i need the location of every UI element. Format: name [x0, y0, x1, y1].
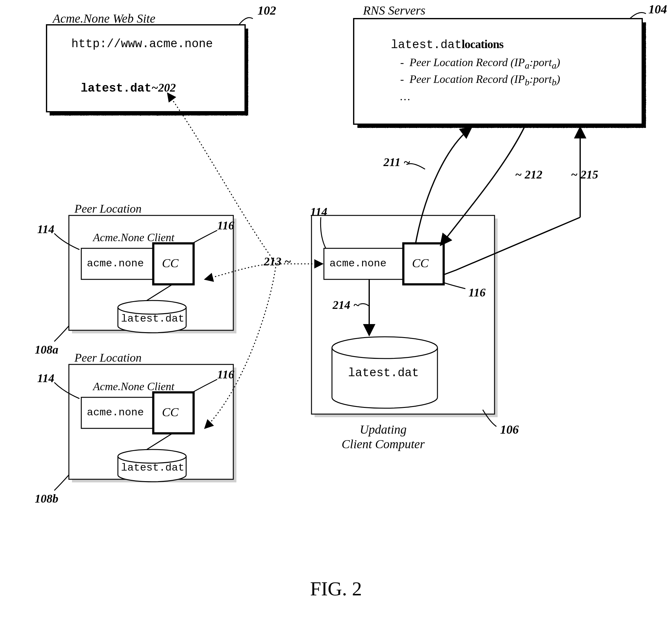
- peer-a-title: Peer Location: [74, 202, 142, 215]
- diagram-stage: Acme.None Web Site http://www.acme.none …: [0, 0, 672, 632]
- ref-108b: 108b: [35, 492, 58, 505]
- peer-b-file: latest.dat: [121, 462, 184, 474]
- rns-file-line: latest.datlocations: [391, 37, 504, 51]
- ref-104: 104: [648, 2, 667, 17]
- figure-label: FIG. 2: [0, 577, 672, 600]
- svg-rect-17: [311, 215, 495, 414]
- svg-line-14: [146, 433, 172, 450]
- ref-114-b: 114: [37, 371, 54, 385]
- client-cc: CC: [412, 256, 429, 271]
- ref-102: 102: [258, 3, 276, 18]
- peer-b-subtitle: Acme.None Client: [93, 380, 174, 393]
- rns-locations-label: locations: [462, 38, 504, 51]
- label-214: 214 ~: [333, 298, 360, 312]
- rns-item-b: - Peer Location Record (IPb:portb): [400, 73, 560, 88]
- rns-title: RNS Servers: [363, 3, 425, 18]
- peer-a-subtitle: Acme.None Client: [93, 231, 174, 244]
- client-file: latest.dat: [348, 366, 419, 380]
- label-211: 211 ~: [383, 155, 410, 169]
- website-title: Acme.None Web Site: [53, 11, 155, 26]
- peer-a-cc: CC: [162, 256, 178, 271]
- ref-114-a: 114: [37, 222, 54, 236]
- peer-a-app: acme.none: [87, 258, 144, 270]
- ref-116-b: 116: [217, 368, 234, 381]
- label-213: 213 ~: [264, 255, 291, 268]
- svg-rect-3: [354, 19, 642, 124]
- svg-point-15: [118, 449, 186, 463]
- rns-ellipsis: …: [400, 90, 410, 103]
- ref-116-a: 116: [217, 218, 234, 232]
- peer-b-app: acme.none: [87, 407, 144, 418]
- peer-a-file: latest.dat: [121, 313, 184, 325]
- peer-b-cc: CC: [162, 405, 178, 419]
- ref-202: ~202: [151, 81, 176, 94]
- rns-file: latest.dat: [391, 38, 462, 51]
- website-file: latest.dat~202: [81, 81, 176, 95]
- ref-108a: 108a: [35, 343, 58, 356]
- svg-rect-16: [315, 218, 498, 417]
- website-file-text: latest.dat: [81, 81, 151, 95]
- svg-point-21: [332, 337, 437, 358]
- label-215: ~ 215: [571, 168, 598, 181]
- client-app: acme.none: [330, 258, 387, 270]
- peer-b-title: Peer Location: [74, 351, 142, 365]
- website-url: http://www.acme.none: [71, 37, 213, 51]
- ref-116-c: 116: [469, 286, 485, 299]
- svg-line-8: [146, 284, 172, 301]
- svg-point-9: [118, 301, 186, 314]
- label-212: ~ 212: [515, 168, 542, 181]
- ref-114-c: 114: [310, 205, 327, 218]
- rns-item-a: - Peer Location Record (IPa:porta): [400, 56, 560, 71]
- client-title: Updating Client Computer: [329, 422, 437, 451]
- ref-106: 106: [500, 422, 519, 437]
